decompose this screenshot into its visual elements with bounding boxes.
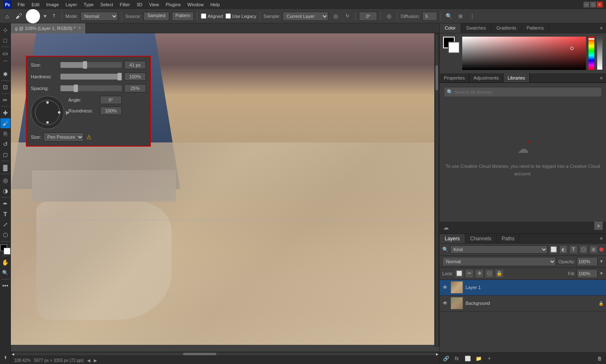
menu-window[interactable]: Window <box>185 1 206 8</box>
layer-visibility-layer1[interactable]: 👁 <box>442 284 448 290</box>
tab-properties[interactable]: Properties <box>440 73 469 82</box>
scroll-arrow-right-2[interactable]: ▶ <box>94 358 97 363</box>
color-panel-menu[interactable]: ≡ <box>597 23 606 33</box>
hardness-value-input[interactable] <box>124 72 146 81</box>
layer-item-background[interactable]: 👁 Background 🔒 <box>440 296 606 312</box>
brush-settings-icon[interactable]: ▼ <box>43 13 48 19</box>
rotate-icon[interactable]: ↻ <box>343 12 352 21</box>
tab-libraries[interactable]: Libraries <box>503 73 530 82</box>
minimize-button[interactable]: ─ <box>583 2 589 7</box>
menu-image[interactable]: Image <box>44 1 62 8</box>
opacity-chevron[interactable]: ▼ <box>599 259 603 264</box>
sample-select[interactable]: Current Layer <box>283 12 328 21</box>
fill-chevron[interactable]: ▼ <box>599 271 603 276</box>
tab-swatches[interactable]: Swatches <box>461 23 491 33</box>
fx-btn[interactable]: fx <box>452 354 461 363</box>
shape-tool[interactable]: ⬡ <box>0 230 10 240</box>
library-search-bar[interactable]: 🔍 <box>444 87 602 97</box>
path-select-tool[interactable]: ⤢ <box>0 219 10 229</box>
color-swatches[interactable] <box>0 244 10 254</box>
eraser-tool[interactable]: ◻ <box>0 150 10 160</box>
layer-visibility-background[interactable]: 👁 <box>442 300 448 306</box>
healing-tool[interactable]: ✚ <box>0 108 10 118</box>
tab-close-button[interactable]: ✕ <box>78 26 81 30</box>
blur-tool[interactable]: ◎ <box>0 175 10 185</box>
color-gradient-field[interactable] <box>462 37 586 70</box>
filter-kind-select[interactable]: Kind <box>450 245 548 254</box>
grid-icon[interactable]: ⊞ <box>456 12 465 21</box>
canvas-scrollbar-h[interactable]: ◀ ▶ <box>11 352 439 357</box>
lock-pixel-btn[interactable]: ⬜ <box>456 270 463 277</box>
brush-load-icon[interactable]: ⤒ <box>50 12 58 20</box>
canvas-scrollbar-v[interactable] <box>434 33 439 347</box>
horizontal-scrollbar-thumb[interactable] <box>183 353 216 355</box>
hue-thumb[interactable] <box>588 38 594 40</box>
diffusion-input[interactable] <box>422 12 437 21</box>
maximize-button[interactable]: □ <box>590 2 596 7</box>
color-picker-dot[interactable] <box>570 47 573 50</box>
hardness-slider[interactable] <box>60 74 122 80</box>
search-icon[interactable]: 🔍 <box>444 12 453 21</box>
tab-layers[interactable]: Layers <box>440 234 465 243</box>
menu-edit[interactable]: Edit <box>29 1 42 8</box>
use-legacy-input[interactable] <box>225 13 231 19</box>
text-tool[interactable]: T <box>0 209 10 219</box>
filter-shape-icon[interactable]: ⬡ <box>579 245 588 254</box>
roundness-value-input[interactable] <box>100 107 122 115</box>
use-legacy-checkbox[interactable]: Use Legacy <box>225 13 256 19</box>
brush-dot-bottom[interactable] <box>46 121 49 124</box>
lib-cloud-small-icon[interactable]: ☁ <box>443 224 449 231</box>
pattern-button[interactable]: Pattern <box>172 12 194 21</box>
lock-artboard-btn[interactable]: ✥ <box>476 270 483 277</box>
hand-tool[interactable]: ✋ <box>0 257 10 267</box>
crop-tool[interactable]: ⊡ <box>0 82 10 92</box>
menu-plugins[interactable]: Plugins <box>163 1 183 8</box>
aligned-checkbox[interactable]: Aligned <box>201 13 223 19</box>
canvas-tab-active[interactable]: g @ 108% (Layer 1, RGB/8) * ✕ <box>11 23 86 33</box>
filter-type-icon[interactable]: T <box>569 245 578 254</box>
layer-item-layer1[interactable]: 👁 Layer 1 <box>440 280 606 296</box>
library-search-input[interactable] <box>455 90 599 95</box>
menu-help[interactable]: Help <box>208 1 223 8</box>
menu-view[interactable]: View <box>147 1 162 8</box>
move-tool[interactable]: ⊹ <box>0 25 10 35</box>
filter-toggle-dot[interactable] <box>599 247 603 252</box>
filter-pixel-icon[interactable]: ⬜ <box>549 245 558 254</box>
tab-color[interactable]: Color <box>440 23 461 33</box>
spacing-value-input[interactable] <box>124 84 146 92</box>
menu-file[interactable]: File <box>15 1 28 8</box>
brush-dot-top[interactable] <box>46 101 49 104</box>
menu-type[interactable]: Type <box>81 1 96 8</box>
tab-patterns[interactable]: Patterns <box>522 23 549 33</box>
fill-input[interactable] <box>577 269 598 278</box>
lasso-tool[interactable]: ⌒ <box>0 59 10 69</box>
more-options-icon[interactable]: ⋮ <box>468 12 477 21</box>
gradient-tool[interactable]: ▓ <box>0 162 10 172</box>
artboard-tool[interactable]: □ <box>0 35 10 45</box>
blend-mode-select[interactable]: Normal <box>442 257 556 266</box>
link-layers-btn[interactable]: 🔗 <box>441 354 451 363</box>
library-add-button[interactable]: + <box>594 222 603 230</box>
size-value-input[interactable] <box>124 61 146 69</box>
lock-all-btn[interactable]: 🔒 <box>496 270 503 277</box>
filter-adjust-icon[interactable]: ◐ <box>559 245 568 254</box>
mode-select[interactable]: Normal <box>80 12 118 21</box>
panel-menu-icon[interactable]: ≡ <box>597 73 606 82</box>
background-color[interactable] <box>4 248 10 254</box>
brush-dot-right[interactable] <box>58 111 60 114</box>
menu-3d[interactable]: 3D <box>134 1 145 8</box>
hue-bar[interactable] <box>588 37 594 70</box>
sampled-button[interactable]: Sampled <box>143 12 169 21</box>
alpha-bar[interactable] <box>597 37 603 70</box>
filter-smart-icon[interactable]: ⊕ <box>589 245 598 254</box>
delete-layer-btn[interactable]: 🗑 <box>595 354 604 363</box>
color-picker[interactable] <box>462 37 586 70</box>
size-slider[interactable] <box>60 62 122 68</box>
create-group-btn[interactable]: 📁 <box>474 354 483 363</box>
arrange-button[interactable]: ⬆ <box>0 352 10 362</box>
brush-tool[interactable]: 🖌 <box>0 118 10 128</box>
menu-layer[interactable]: Layer <box>63 1 80 8</box>
layers-panel-menu-icon[interactable]: ≡ <box>597 234 606 243</box>
lock-auto-btn[interactable]: ⬡ <box>486 270 493 277</box>
scroll-arrow-right[interactable]: ▶ <box>436 352 438 356</box>
